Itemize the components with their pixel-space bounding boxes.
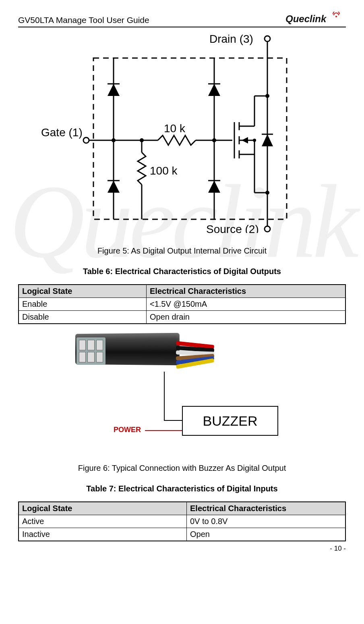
svg-marker-21 — [208, 84, 220, 96]
table-row: Inactive Open — [19, 528, 345, 541]
table-row: Logical State Electrical Characteristics — [19, 285, 345, 298]
svg-point-0 — [335, 16, 337, 17]
svg-point-46 — [265, 191, 269, 195]
table-7: Logical State Electrical Characteristics… — [18, 501, 346, 541]
table-cell: Active — [19, 515, 187, 528]
svg-marker-12 — [108, 181, 120, 193]
figure-6-caption: Figure 6: Typical Connection with Buzzer… — [18, 464, 346, 473]
figure-5-diagram: .wire{stroke:#000;stroke-width:3;fill:no… — [41, 31, 323, 235]
svg-marker-10 — [108, 84, 120, 96]
table-header: Logical State — [19, 502, 187, 515]
table-cell: Open — [187, 528, 346, 541]
header-title: GV50LTA Manage Tool User Guide — [18, 15, 149, 25]
table-header: Logical State — [19, 285, 147, 298]
svg-point-3 — [265, 36, 270, 42]
table-6: Logical State Electrical Characteristics… — [18, 284, 346, 324]
table-row: Enable <1.5V @150mA — [19, 298, 345, 311]
svg-point-17 — [140, 138, 144, 142]
svg-point-14 — [112, 138, 116, 142]
svg-marker-33 — [242, 137, 248, 144]
table-row: Active 0V to 0.8V — [19, 515, 345, 528]
buzzer-box: BUZZER — [182, 406, 278, 436]
table-6-title: Table 6: Electrical Characteristics of D… — [18, 267, 346, 276]
page: Queclink GV50LTA Manage Tool User Guide … — [0, 0, 364, 561]
power-label: POWER — [114, 426, 141, 434]
svg-marker-43 — [262, 134, 273, 146]
wire-line — [164, 420, 182, 421]
table-row: Disable Open drain — [19, 311, 345, 324]
label-drain: Drain (3) — [209, 33, 253, 45]
table-cell: 0V to 0.8V — [187, 515, 346, 528]
brand-logo: Queclink — [285, 12, 346, 25]
label-r1: 10 k — [164, 122, 186, 135]
label-gate: Gate (1) — [41, 126, 83, 139]
svg-text:Queclink: Queclink — [285, 13, 327, 24]
page-header: GV50LTA Manage Tool User Guide Queclink — [18, 12, 346, 27]
svg-marker-23 — [208, 181, 220, 193]
table-cell: Enable — [19, 298, 147, 311]
table-cell: <1.5V @150mA — [147, 298, 346, 311]
table-header: Electrical Characteristics — [187, 502, 346, 515]
table-cell: Inactive — [19, 528, 187, 541]
table-cell: Open drain — [147, 311, 346, 324]
label-r2: 100 k — [150, 164, 178, 177]
table-header: Electrical Characteristics — [147, 285, 346, 298]
label-source: Source (2) — [206, 223, 259, 233]
wire-line — [164, 372, 165, 420]
figure-5-caption: Figure 5: As Digital Output Internal Dri… — [18, 246, 346, 256]
connector-icon — [73, 333, 210, 382]
svg-point-5 — [83, 137, 89, 143]
svg-point-45 — [265, 94, 269, 98]
table-row: Logical State Electrical Characteristics — [19, 502, 345, 515]
svg-point-7 — [265, 226, 270, 232]
queclink-logo-icon: Queclink — [285, 12, 346, 25]
svg-rect-2 — [93, 58, 287, 219]
circuit-svg: .wire{stroke:#000;stroke-width:3;fill:no… — [41, 31, 323, 233]
table-cell: Disable — [19, 311, 147, 324]
page-number: - 10 - — [18, 545, 346, 553]
page-content: .wire{stroke:#000;stroke-width:3;fill:no… — [18, 31, 346, 553]
figure-6-diagram: BUZZER POWER — [61, 327, 303, 452]
power-wire — [145, 430, 182, 431]
table-7-title: Table 7: Electrical Characteristics of D… — [18, 484, 346, 493]
